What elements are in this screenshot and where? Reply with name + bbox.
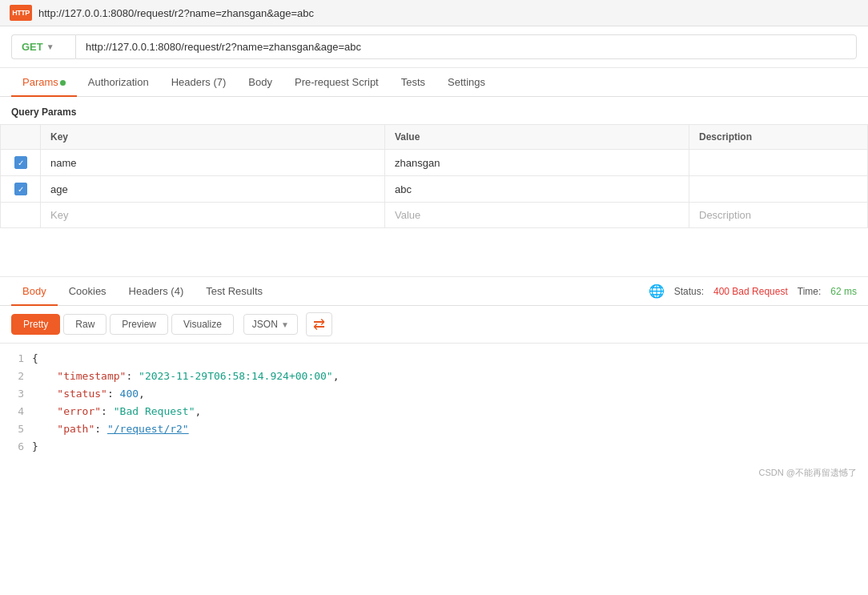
raw-button[interactable]: Raw [63, 314, 106, 335]
row1-value[interactable]: zhansgan [385, 150, 689, 176]
response-tab-cookies[interactable]: Cookies [58, 277, 118, 305]
tab-headers[interactable]: Headers (7) [160, 68, 238, 96]
format-select-value: JSON [252, 319, 278, 330]
line-numbers: 1 2 3 4 5 6 [0, 350, 32, 456]
code-line-5: "path": "/request/r2" [32, 420, 857, 438]
wrap-button[interactable]: ⇄ [306, 312, 332, 336]
format-select[interactable]: JSON ▼ [243, 314, 298, 335]
row2-checkbox[interactable]: ✓ [14, 183, 27, 195]
table-row: ✓ name zhansgan [1, 150, 868, 176]
tab-tests[interactable]: Tests [390, 68, 436, 96]
col-header-check [1, 125, 41, 150]
response-tab-body[interactable]: Body [11, 277, 58, 305]
pretty-button[interactable]: Pretty [11, 314, 60, 335]
response-tab-test-results[interactable]: Test Results [195, 277, 274, 305]
line-num-4: 4 [8, 403, 24, 420]
tab-settings[interactable]: Settings [436, 68, 496, 96]
visualize-button[interactable]: Visualize [171, 314, 234, 335]
params-dot [60, 80, 66, 86]
line-num-3: 3 [8, 385, 24, 403]
tab-params[interactable]: Params [11, 68, 77, 96]
row2-key[interactable]: age [41, 176, 385, 203]
time-value: 62 ms [830, 286, 857, 297]
line-num-5: 5 [8, 420, 24, 438]
placeholder-value[interactable]: Value [385, 203, 689, 228]
globe-icon: 🌐 [649, 283, 665, 299]
http-icon: HTTP [10, 5, 32, 21]
col-header-key: Key [41, 125, 385, 150]
code-viewer: 1 2 3 4 5 6 { "timestamp": "2023-11-29T0… [0, 344, 868, 462]
watermark: CSDN @不能再留遗憾了 [0, 462, 868, 484]
method-chevron-icon: ▼ [46, 42, 54, 51]
code-line-6: } [32, 438, 857, 456]
row1-description[interactable] [689, 150, 868, 176]
response-tab-headers[interactable]: Headers (4) [118, 277, 195, 305]
preview-button[interactable]: Preview [110, 314, 168, 335]
col-header-description: Description [689, 125, 868, 150]
placeholder-check-cell [1, 203, 41, 228]
format-toolbar: Pretty Raw Preview Visualize JSON ▼ ⇄ [0, 306, 868, 344]
request-tabs: Params Authorization Headers (7) Body Pr… [0, 68, 868, 97]
row1-key[interactable]: name [41, 150, 385, 176]
line-num-6: 6 [8, 438, 24, 456]
line-num-2: 2 [8, 368, 24, 385]
tab-body[interactable]: Body [237, 68, 283, 96]
line-num-1: 1 [8, 350, 24, 368]
query-params-label: Query Params [0, 97, 868, 124]
code-content: { "timestamp": "2023-11-29T06:58:14.924+… [32, 350, 868, 456]
title-url: http://127.0.0.1:8080/request/r2?name=zh… [38, 7, 314, 19]
format-chevron-icon: ▼ [281, 320, 289, 329]
params-table: Key Value Description ✓ name zhansgan ✓ … [0, 124, 868, 228]
url-input[interactable] [75, 34, 857, 59]
row1-check-cell: ✓ [1, 150, 41, 176]
table-row-placeholder: Key Value Description [1, 203, 868, 228]
method-value: GET [22, 41, 43, 53]
table-row: ✓ age abc [1, 176, 868, 203]
code-line-2: "timestamp": "2023-11-29T06:58:14.924+00… [32, 368, 857, 385]
placeholder-key[interactable]: Key [41, 203, 385, 228]
response-status: 🌐 Status: 400 Bad Request Time: 62 ms [649, 283, 857, 299]
row2-value[interactable]: abc [385, 176, 689, 203]
row2-check-cell: ✓ [1, 176, 41, 203]
placeholder-description[interactable]: Description [689, 203, 868, 228]
status-value: 400 Bad Request [713, 286, 788, 297]
title-bar: HTTP http://127.0.0.1:8080/request/r2?na… [0, 0, 868, 26]
code-line-3: "status": 400, [32, 385, 857, 403]
url-bar: GET ▼ [0, 26, 868, 68]
row2-description[interactable] [689, 176, 868, 203]
code-line-4: "error": "Bad Request", [32, 403, 857, 420]
method-select[interactable]: GET ▼ [11, 34, 75, 59]
row1-checkbox[interactable]: ✓ [14, 156, 27, 169]
tab-pre-request[interactable]: Pre-request Script [283, 68, 390, 96]
col-header-value: Value [385, 125, 689, 150]
response-tabs-bar: Body Cookies Headers (4) Test Results 🌐 … [0, 277, 868, 306]
code-line-1: { [32, 350, 857, 368]
response-section: Body Cookies Headers (4) Test Results 🌐 … [0, 277, 868, 462]
tab-authorization[interactable]: Authorization [77, 68, 160, 96]
